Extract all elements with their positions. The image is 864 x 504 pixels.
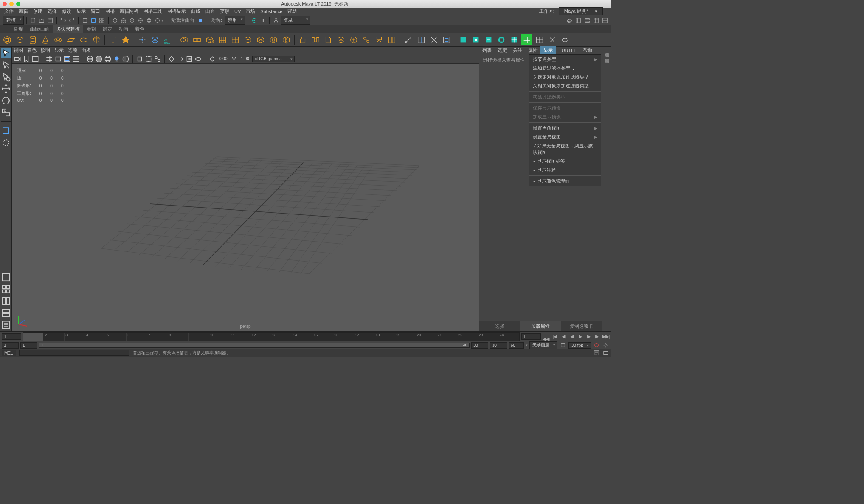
menu-meshtools[interactable]: 网格工具 bbox=[141, 8, 165, 14]
maximize-window-icon[interactable] bbox=[16, 2, 20, 6]
goto-start-icon[interactable]: |◀◀ bbox=[543, 333, 550, 341]
last-tool-icon[interactable] bbox=[1, 126, 11, 135]
quadrangulate-icon[interactable] bbox=[268, 34, 279, 45]
menu-item[interactable]: 为相关对象添加过滤器类型 bbox=[529, 82, 601, 90]
script-editor-icon[interactable] bbox=[593, 349, 600, 357]
tool-settings-icon[interactable] bbox=[583, 17, 591, 24]
image-plane-icon[interactable] bbox=[31, 55, 39, 63]
mode-dropdown[interactable]: 建模 bbox=[3, 16, 24, 25]
snap-point-icon[interactable] bbox=[128, 17, 136, 24]
pause-icon[interactable] bbox=[259, 17, 267, 24]
wireframe-icon[interactable] bbox=[86, 55, 94, 63]
snap-view-icon[interactable] bbox=[154, 17, 161, 24]
uv-planar-icon[interactable] bbox=[521, 34, 532, 45]
range-inner-end[interactable]: 30 bbox=[471, 342, 488, 349]
autokey-icon[interactable] bbox=[593, 341, 600, 349]
current-frame-end[interactable]: 1 bbox=[521, 333, 541, 340]
layout-two-v-icon[interactable] bbox=[1, 308, 11, 318]
panel-menu-view[interactable]: 视图 bbox=[14, 47, 23, 53]
menu-surfaces[interactable]: 曲面 bbox=[203, 8, 217, 14]
select-tool-icon[interactable] bbox=[1, 48, 11, 58]
separate-icon[interactable] bbox=[191, 34, 203, 45]
account-icon[interactable] bbox=[272, 17, 280, 24]
collapse-icon[interactable] bbox=[374, 34, 385, 45]
poly-plane-icon[interactable] bbox=[65, 34, 76, 45]
help-line-icon[interactable] bbox=[602, 349, 610, 357]
ae-tab-focus[interactable]: 关注 bbox=[510, 46, 525, 54]
poly-cube-icon[interactable] bbox=[14, 34, 25, 45]
xray-icon[interactable] bbox=[145, 55, 152, 63]
play-back-icon[interactable]: ◀ bbox=[568, 333, 576, 341]
playhead[interactable] bbox=[23, 333, 43, 341]
redo-icon[interactable] bbox=[68, 17, 76, 24]
menu-curves[interactable]: 曲线 bbox=[189, 8, 203, 14]
close-window-icon[interactable] bbox=[3, 2, 7, 6]
grid-toggle-icon[interactable] bbox=[45, 55, 53, 63]
bookmark-icon[interactable] bbox=[23, 55, 30, 63]
multisample-icon[interactable] bbox=[186, 55, 193, 63]
screen-space-ao-icon[interactable] bbox=[168, 55, 175, 63]
chevron-down-icon[interactable]: ▾ bbox=[161, 18, 163, 23]
boolean-union-icon[interactable] bbox=[204, 34, 215, 45]
cmd-input[interactable] bbox=[19, 350, 129, 356]
menu-meshdisplay[interactable]: 网格显示 bbox=[165, 8, 189, 14]
cmd-lang-label[interactable]: MEL bbox=[2, 350, 16, 356]
panel-menu-display[interactable]: 显示 bbox=[54, 47, 64, 53]
viewport[interactable]: 顶点:000 边:000 多边形:000 三角形:000 UV:000 bbox=[12, 64, 479, 331]
gamma-icon[interactable] bbox=[230, 55, 238, 63]
menu-window[interactable]: 窗口 bbox=[88, 8, 103, 14]
symmetry-dropdown[interactable]: 禁用 bbox=[225, 16, 245, 25]
panel-menu-options[interactable]: 选项 bbox=[68, 47, 77, 53]
insert-edge-icon[interactable] bbox=[416, 34, 427, 45]
triangulate-icon[interactable] bbox=[255, 34, 266, 45]
uv-auto-icon[interactable] bbox=[547, 34, 558, 45]
layout-two-h-icon[interactable] bbox=[1, 296, 11, 306]
pref-icon[interactable] bbox=[602, 341, 610, 349]
select-object-icon[interactable] bbox=[90, 17, 97, 24]
panel-menu-shading[interactable]: 着色 bbox=[27, 47, 37, 53]
menu-item[interactable]: 按节点类型▶ bbox=[529, 55, 601, 64]
combine-icon[interactable] bbox=[179, 34, 190, 45]
bridge-icon[interactable] bbox=[310, 34, 321, 45]
conform-icon[interactable] bbox=[483, 34, 494, 45]
menu-display[interactable]: 显示 bbox=[74, 8, 88, 14]
undo-icon[interactable] bbox=[59, 17, 67, 24]
range-inner-start[interactable]: 1 bbox=[20, 342, 37, 349]
poly-type-icon[interactable] bbox=[107, 34, 118, 45]
shelf-tab-shading[interactable]: 着色 bbox=[132, 25, 148, 33]
ae-tab-selected[interactable]: 选定 bbox=[495, 46, 510, 54]
poly-disc-icon[interactable] bbox=[78, 34, 89, 45]
menu-substance[interactable]: Substance bbox=[258, 9, 285, 14]
step-back-key-icon[interactable]: |◀ bbox=[551, 333, 559, 341]
menu-item[interactable]: 为选定对象添加过滤器类型 bbox=[529, 73, 601, 82]
poly-torus-icon[interactable] bbox=[53, 34, 64, 45]
paint-select-tool-icon[interactable] bbox=[1, 72, 11, 82]
ae-btn-select[interactable]: 选择 bbox=[479, 321, 520, 331]
average-icon[interactable] bbox=[509, 34, 520, 45]
menu-select[interactable]: 选择 bbox=[45, 8, 59, 14]
goto-end-icon[interactable]: ▶▶| bbox=[602, 333, 610, 341]
reduce-icon[interactable] bbox=[242, 34, 253, 45]
ae-tab-help[interactable]: 帮助 bbox=[580, 46, 595, 54]
depth-field-icon[interactable] bbox=[194, 55, 202, 63]
exposure-value[interactable]: 0.00 bbox=[217, 56, 229, 61]
extrude-icon[interactable] bbox=[297, 34, 308, 45]
move-tool-icon[interactable] bbox=[1, 84, 11, 93]
range-bar[interactable] bbox=[39, 343, 469, 347]
exposure-icon[interactable] bbox=[208, 55, 216, 63]
connect-icon[interactable] bbox=[428, 34, 439, 45]
layout-single-icon[interactable] bbox=[1, 273, 11, 282]
attribute-editor-icon[interactable] bbox=[592, 17, 600, 24]
menu-item[interactable]: 设置全局视图▶ bbox=[529, 132, 601, 141]
offset-edge-icon[interactable] bbox=[441, 34, 452, 45]
smooth-icon[interactable] bbox=[217, 34, 228, 45]
uv-editor-icon[interactable] bbox=[534, 34, 545, 45]
menu-uv[interactable]: UV bbox=[232, 9, 243, 14]
timeline-track[interactable]: 123456789101112131415161718192021222324 bbox=[23, 332, 520, 341]
menu-create[interactable]: 创建 bbox=[31, 8, 45, 14]
anim-layer-dropdown[interactable]: 无动画层 bbox=[529, 341, 557, 349]
svg-icon[interactable] bbox=[120, 34, 131, 45]
snap-live-icon[interactable] bbox=[145, 17, 153, 24]
lasso-tool-icon[interactable] bbox=[1, 60, 11, 70]
ae-tab-turtle[interactable]: TURTLE bbox=[556, 47, 580, 54]
